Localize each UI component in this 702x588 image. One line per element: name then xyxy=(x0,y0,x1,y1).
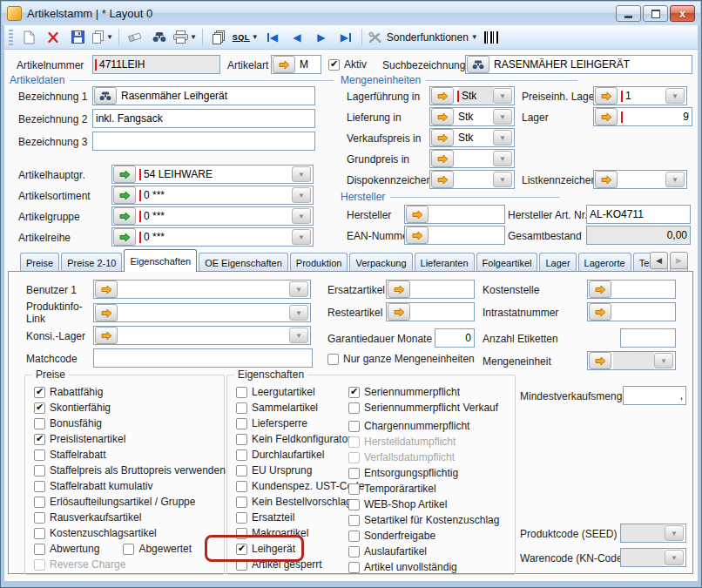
dropdown-button[interactable]: ▼ xyxy=(289,305,308,321)
checkbox-sammelartikel[interactable]: Sammelartikel xyxy=(236,402,318,414)
dropdown-button[interactable]: ▼ xyxy=(292,187,311,203)
checkbox-seriennummerpflicht-verkauf[interactable]: Seriennummerpflicht Verkauf xyxy=(348,402,498,414)
produktcode-seed-combo[interactable]: ▼ xyxy=(620,524,686,543)
lookup-arrow-button[interactable] xyxy=(431,129,454,146)
checkbox-preislistenartikel[interactable]: Preislistenartikel xyxy=(34,433,125,445)
lookup-arrow-button[interactable] xyxy=(113,207,136,225)
restore-button[interactable] xyxy=(643,5,668,22)
lookup-arrow-button[interactable] xyxy=(431,87,454,105)
copy-pages-button[interactable] xyxy=(206,27,231,48)
grundpreis-combo[interactable]: ▼ xyxy=(429,149,515,168)
checkbox-leergutartikel[interactable]: Leergutartikel xyxy=(236,386,315,398)
checkbox-eu-ursprung[interactable]: EU Ursprung xyxy=(236,464,312,476)
mindestverkaufsmenge-field[interactable]: , xyxy=(623,386,686,405)
checkbox-sonderfreigabe[interactable]: Sonderfreigabe xyxy=(348,530,435,542)
dropdown-button[interactable]: ▼ xyxy=(493,172,512,187)
checkbox-staffelrabatt-kumulativ[interactable]: Staffelrabatt kumulativ xyxy=(34,480,153,492)
lookup-arrow-button[interactable] xyxy=(113,166,136,183)
binoculars-lookup-button[interactable] xyxy=(94,87,117,105)
ersatzartikel-field[interactable] xyxy=(386,280,475,299)
lookup-arrow-button[interactable] xyxy=(388,303,410,321)
checkbox-setartikel-kostenzuschlag[interactable]: Setartikel für Kostenzuschlag xyxy=(348,514,499,526)
intrastatnummer-field[interactable] xyxy=(587,302,676,321)
bezeichnung2-field[interactable]: inkl. Fangsack xyxy=(92,109,315,128)
save-button[interactable] xyxy=(65,27,90,48)
nav-next-button[interactable]: ▶ xyxy=(309,27,334,48)
checkbox-rabattfaehig[interactable]: Rabattfähig xyxy=(34,386,103,398)
checkbox-artikel-gesperrt[interactable]: Artikel gesperrt xyxy=(236,558,322,571)
aktiv-checkbox[interactable]: Aktiv xyxy=(328,58,367,71)
lookup-arrow-button[interactable] xyxy=(388,280,410,298)
lookup-arrow-button[interactable] xyxy=(406,226,429,244)
dropdown-button[interactable]: ▼ xyxy=(289,281,308,297)
tab-folgeartikel[interactable]: Folgeartikel xyxy=(476,253,538,272)
matchcode-field[interactable] xyxy=(93,348,313,368)
preiseinh-lager-combo[interactable]: 1 ▼ xyxy=(593,86,687,105)
checkbox-entsorgungspflichtig[interactable]: Entsorgungspflichtig xyxy=(348,467,458,479)
nav-first-button[interactable]: ◀ xyxy=(260,27,285,48)
hersteller-artnr-field[interactable]: AL-KO4711 xyxy=(586,205,691,224)
dropdown-button[interactable]: ▼ xyxy=(665,550,684,565)
new-record-button[interactable] xyxy=(17,27,41,48)
checkbox-seriennummerpflicht[interactable]: Seriennummerpflicht xyxy=(348,386,460,398)
lookup-arrow-button[interactable] xyxy=(95,304,118,321)
artikelart-combo[interactable]: M xyxy=(271,55,321,74)
lookup-arrow-button[interactable] xyxy=(113,228,136,246)
sonderfunktionen-button[interactable]: Sonderfunktionen ▼ xyxy=(366,27,480,48)
lookup-arrow-button[interactable] xyxy=(113,186,136,204)
dispokennzeichen-combo[interactable]: ▼ xyxy=(429,170,515,189)
minimize-button[interactable] xyxy=(616,5,641,22)
lager-field[interactable]: 9 xyxy=(593,107,692,126)
lookup-arrow-button[interactable] xyxy=(595,108,618,125)
checkbox-erloesaufteilungsartikel[interactable]: Erlösaufteilungsartikel / Gruppe xyxy=(34,496,195,508)
kostenstelle-field[interactable] xyxy=(587,280,676,299)
close-button[interactable]: x xyxy=(670,5,695,22)
tab-oe-eigenschaften[interactable]: OE Eigenschaften xyxy=(199,253,288,272)
checkbox-web-shop-artikel[interactable]: WEB-Shop Artikel xyxy=(348,498,447,510)
tab-eigenschaften[interactable]: Eigenschaften xyxy=(124,249,197,272)
checkbox-abwertung[interactable]: Abwertung xyxy=(34,543,99,555)
checkbox-kein-feldkonfigurator[interactable]: Kein Feldkonfigurator xyxy=(236,433,351,445)
nav-last-button[interactable]: ▶ xyxy=(334,27,358,48)
tab-lager[interactable]: Lager xyxy=(539,253,576,272)
dropdown-button[interactable]: ▼ xyxy=(493,109,512,125)
tab-lagerorte[interactable]: Lagerorte xyxy=(578,253,631,272)
erase-button[interactable] xyxy=(123,27,147,48)
checkbox-kein-bestellvorschlag[interactable]: Kein Bestellvorschlag xyxy=(236,496,352,508)
dropdown-button[interactable]: ▼ xyxy=(665,172,685,187)
dropdown-button[interactable]: ▼ xyxy=(665,525,684,541)
checkbox-liefersperre[interactable]: Liefersperre xyxy=(236,417,307,429)
checkbox-staffelpreis-brutto[interactable]: Staffelpreis als Bruttopreis verwenden xyxy=(34,464,226,476)
lookup-arrow-button[interactable] xyxy=(431,108,454,125)
lookup-arrow-button[interactable] xyxy=(95,280,118,298)
artikelhauptgr-combo[interactable]: 54 LEIHWARE ▼ xyxy=(111,165,314,184)
checkbox-abgewertet[interactable]: Abgewertet xyxy=(123,543,192,555)
nav-previous-button[interactable]: ◀ xyxy=(285,27,309,48)
lookup-arrow-button[interactable] xyxy=(589,303,611,321)
verkaufspreis-combo[interactable]: Stk ▼ xyxy=(429,128,515,147)
nur-ganze-mengeneinheiten-checkbox[interactable]: Nur ganze Mengeneinheiten xyxy=(327,353,475,365)
checkbox-skontierfaehig[interactable]: Skontierfähig xyxy=(34,402,111,414)
lookup-arrow-button[interactable] xyxy=(595,87,618,105)
dropdown-button[interactable]: ▼ xyxy=(654,353,673,368)
checkbox-artikel-unvollstaendig[interactable]: Artikel unvollständig xyxy=(348,561,457,573)
lieferung-combo[interactable]: Stk ▼ xyxy=(429,107,515,126)
warencode-kn-combo[interactable]: ▼ xyxy=(620,548,686,567)
dropdown-button[interactable]: ▼ xyxy=(493,151,512,166)
delete-record-button[interactable] xyxy=(41,27,65,48)
checkbox-leihgeraet[interactable]: Leihgerät xyxy=(236,543,295,555)
checkbox-rausverkaufsartikel[interactable]: Rausverkaufsartikel xyxy=(34,511,141,524)
bezeichnung1-field[interactable]: Rasenmäher Leihgerät xyxy=(92,86,315,105)
resteartikel-field[interactable] xyxy=(386,302,475,321)
mengeneinheit-combo[interactable]: ▼ xyxy=(587,351,676,370)
artikelreihe-combo[interactable]: 0 *** ▼ xyxy=(111,227,314,247)
produktinfo-link-combo[interactable]: ▼ xyxy=(93,303,311,322)
dropdown-button[interactable]: ▼ xyxy=(493,88,512,104)
dropdown-button[interactable]: ▼ xyxy=(292,166,311,182)
artikelnummer-field[interactable]: 4711LEIH xyxy=(92,55,220,74)
benutzer1-combo[interactable]: ▼ xyxy=(93,280,311,299)
checkbox-durchlaufartikel[interactable]: Durchlaufartikel xyxy=(236,449,324,461)
barcode-button[interactable] xyxy=(480,27,504,48)
tab-scroll-left-button[interactable]: ◀ xyxy=(650,252,668,269)
lookup-arrow-button[interactable] xyxy=(273,56,295,73)
